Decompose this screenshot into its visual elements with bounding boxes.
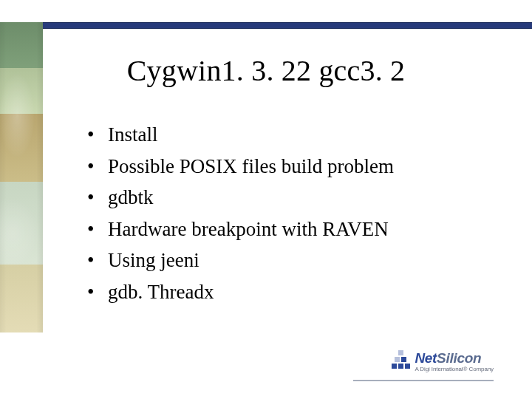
brand-part-silicon: Silicon (437, 350, 481, 366)
list-item: gdb. Threadx (87, 277, 394, 307)
brand-part-net: Net (415, 350, 437, 366)
footer-divider (353, 380, 494, 381)
footer-logo: NetSilicon A Digi International® Company (391, 350, 494, 372)
bullet-text: Using jeeni (108, 249, 200, 271)
list-item: Possible POSIX files build problem (87, 151, 394, 182)
list-item: Install (87, 120, 394, 150)
logo-text: NetSilicon A Digi International® Company (415, 351, 494, 372)
brand-tagline: A Digi International® Company (415, 366, 494, 372)
bullet-text: gdb. Threadx (108, 281, 214, 303)
slide-title: Cygwin1. 3. 22 gcc3. 2 (0, 53, 532, 88)
list-item: Using jeeni (87, 245, 394, 276)
top-accent-bar (0, 22, 532, 29)
bullet-text: Install (108, 123, 158, 146)
list-item: Hardware breakpoint with RAVEN (87, 214, 394, 245)
brand-name: NetSilicon (415, 351, 494, 365)
bullet-text: Hardware breakpoint with RAVEN (108, 218, 389, 240)
logo-mark-icon (391, 350, 410, 372)
list-item: gdbtk (87, 183, 394, 213)
bullet-text: Possible POSIX files build problem (108, 155, 394, 177)
bullet-list: Install Possible POSIX files build probl… (87, 120, 394, 308)
bullet-text: gdbtk (108, 186, 154, 208)
